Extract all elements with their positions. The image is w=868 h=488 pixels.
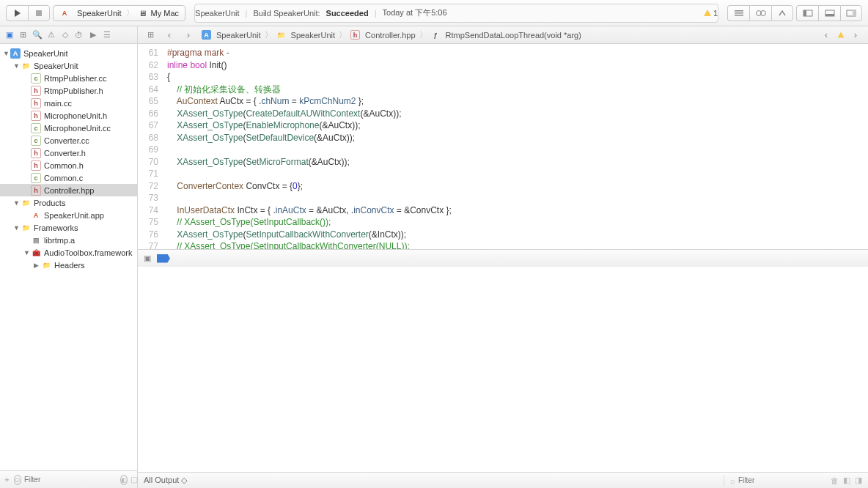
- scm-filter-icon[interactable]: ◐: [120, 475, 128, 485]
- jump-bar: ⊞ ‹ › ASpeakerUnit〉📁SpeakerUnit〉hControl…: [138, 26, 868, 44]
- svg-marker-0: [15, 10, 21, 17]
- forward-button[interactable]: ›: [180, 29, 196, 42]
- tree-row[interactable]: ▼📁SpeakerUnit: [0, 59, 137, 72]
- breadcrumb-item[interactable]: 📁SpeakerUnit: [274, 30, 338, 40]
- breakpoint-tag-icon[interactable]: [157, 254, 170, 263]
- tree-row[interactable]: cRtmpPublisher.cc: [0, 72, 137, 84]
- editor-area: ⊞ ‹ › ASpeakerUnit〉📁SpeakerUnit〉hControl…: [138, 26, 868, 488]
- disclosure-icon[interactable]: ▶: [34, 262, 41, 269]
- tree-row[interactable]: hMicrophoneUnit.h: [0, 109, 137, 122]
- tree-row[interactable]: ▼📁Products: [0, 196, 137, 209]
- back-button[interactable]: ‹: [161, 29, 177, 42]
- activity-action: Build SpeakerUnit:: [253, 9, 320, 18]
- file-icon: A: [10, 48, 21, 59]
- tree-row[interactable]: ASpeakerUnit.app: [0, 209, 137, 221]
- disclosure-icon[interactable]: ▼: [23, 249, 31, 256]
- tree-row[interactable]: ▼📁Frameworks: [0, 221, 137, 234]
- console-left-pane-icon[interactable]: ◧: [843, 476, 850, 485]
- clear-console-icon[interactable]: 🗑: [831, 476, 839, 485]
- warning-badge[interactable]: 1: [704, 9, 718, 18]
- prev-issue-button[interactable]: ‹: [818, 29, 834, 42]
- toggle-right-panel-button[interactable]: [840, 5, 862, 21]
- related-items-icon[interactable]: ⊞: [142, 29, 158, 42]
- file-icon: h: [31, 86, 41, 96]
- version-editor-button[interactable]: [771, 5, 793, 21]
- test-navigator-icon[interactable]: ◇: [59, 29, 71, 41]
- file-icon: 📁: [21, 223, 31, 233]
- tree-label: librtmp.a: [44, 236, 75, 245]
- navigator-filter-input[interactable]: [24, 474, 117, 486]
- tree-row[interactable]: ▤librtmp.a: [0, 234, 137, 246]
- toolbar: A SpeakerUnit 〉 🖥 My Mac SpeakerUnit | B…: [0, 0, 868, 26]
- file-icon: c: [31, 136, 41, 146]
- disclosure-icon[interactable]: ▼: [13, 224, 21, 232]
- tree-row[interactable]: ▼ASpeakerUnit: [0, 47, 137, 59]
- file-icon: h: [31, 185, 41, 196]
- tree-row[interactable]: hConverter.h: [0, 147, 137, 159]
- breadcrumb-item[interactable]: ƒRtmpSendDataLoopThread(void *arg): [429, 30, 584, 40]
- activity-viewer[interactable]: SpeakerUnit | Build SpeakerUnit: Succeed…: [194, 4, 718, 23]
- issue-navigator-icon[interactable]: ⚠: [45, 29, 57, 41]
- breadcrumb-item[interactable]: ASpeakerUnit: [199, 30, 263, 40]
- debug-navigator-icon[interactable]: ⏱: [73, 29, 85, 41]
- activity-time: Today at 下午5:06: [383, 7, 447, 18]
- tree-label: SpeakerUnit: [34, 62, 78, 70]
- breadcrumb: ASpeakerUnit〉📁SpeakerUnit〉hController.hp…: [199, 29, 584, 40]
- editor-mode-group: [727, 5, 793, 21]
- filter-box-icon[interactable]: ▢: [130, 475, 138, 484]
- file-icon: 📁: [21, 61, 31, 71]
- run-group: [6, 5, 50, 21]
- toggle-bottom-panel-button[interactable]: [818, 5, 840, 21]
- breadcrumb-item[interactable]: hController.hpp: [348, 30, 418, 40]
- assistant-editor-button[interactable]: [749, 5, 771, 21]
- tree-row[interactable]: ▼🧰AudioToolbox.framework: [0, 246, 137, 259]
- svg-rect-12: [853, 10, 856, 16]
- project-navigator-icon[interactable]: ▣: [3, 29, 15, 41]
- toggle-breakpoints-icon[interactable]: ▣: [144, 254, 151, 263]
- crumb-icon: A: [202, 30, 211, 40]
- recent-filter-icon[interactable]: ⊙: [14, 475, 21, 485]
- disclosure-icon[interactable]: ▼: [3, 50, 10, 57]
- svg-rect-3: [735, 12, 743, 14]
- symbol-navigator-icon[interactable]: ⊞: [17, 29, 29, 41]
- svg-rect-4: [735, 15, 743, 16]
- console-output-selector[interactable]: All Output ◇: [144, 476, 187, 485]
- file-icon: c: [31, 173, 41, 183]
- stop-button[interactable]: [28, 5, 50, 21]
- tree-label: RtmpPublisher.h: [44, 86, 103, 95]
- tree-row[interactable]: ▶📁Headers: [0, 259, 137, 271]
- tree-row[interactable]: cMicrophoneUnit.cc: [0, 122, 137, 134]
- tree-label: AudioToolbox.framework: [44, 248, 132, 257]
- tree-row[interactable]: hRtmpPublisher.h: [0, 84, 137, 97]
- file-icon: h: [31, 111, 41, 121]
- disclosure-icon[interactable]: ▼: [13, 199, 21, 207]
- panel-toggle-group: [796, 5, 862, 21]
- activity-target: SpeakerUnit: [195, 9, 240, 18]
- breakpoint-navigator-icon[interactable]: ▶: [87, 29, 99, 41]
- disclosure-icon[interactable]: ▼: [13, 62, 21, 70]
- tree-row[interactable]: hController.hpp: [0, 184, 137, 196]
- toggle-left-panel-button[interactable]: [796, 5, 818, 21]
- report-navigator-icon[interactable]: ☰: [100, 29, 113, 41]
- tree-row[interactable]: cCommon.c: [0, 171, 137, 184]
- tree-label: main.cc: [44, 99, 72, 108]
- code-editor[interactable]: 6162636465666768697071727374757677787980…: [138, 44, 868, 249]
- run-button[interactable]: [6, 5, 28, 21]
- tree-row[interactable]: cConverter.cc: [0, 134, 137, 147]
- code-content[interactable]: #pragma mark -inline bool Init(){ // 初始化…: [164, 44, 868, 249]
- issue-warning-icon[interactable]: [838, 32, 845, 37]
- tree-label: RtmpPublisher.cc: [44, 74, 107, 83]
- main-area: ▣ ⊞ 🔍 ⚠ ◇ ⏱ ▶ ☰ ▼ASpeakerUnit▼📁SpeakerUn…: [0, 26, 868, 488]
- scheme-selector[interactable]: A SpeakerUnit 〉 🖥 My Mac: [53, 5, 185, 21]
- console-right-pane-icon[interactable]: ◨: [855, 476, 862, 485]
- console-filter-input[interactable]: [738, 475, 826, 487]
- line-gutter: 6162636465666768697071727374757677787980…: [138, 44, 164, 249]
- project-tree[interactable]: ▼ASpeakerUnit▼📁SpeakerUnitcRtmpPublisher…: [0, 44, 137, 470]
- tree-row[interactable]: hmain.cc: [0, 97, 137, 109]
- tree-row[interactable]: hCommon.h: [0, 159, 137, 171]
- standard-editor-button[interactable]: [727, 5, 749, 21]
- file-icon: c: [31, 73, 41, 84]
- add-icon[interactable]: ＋: [3, 474, 11, 485]
- next-issue-button[interactable]: ›: [847, 29, 864, 42]
- find-navigator-icon[interactable]: 🔍: [31, 29, 43, 41]
